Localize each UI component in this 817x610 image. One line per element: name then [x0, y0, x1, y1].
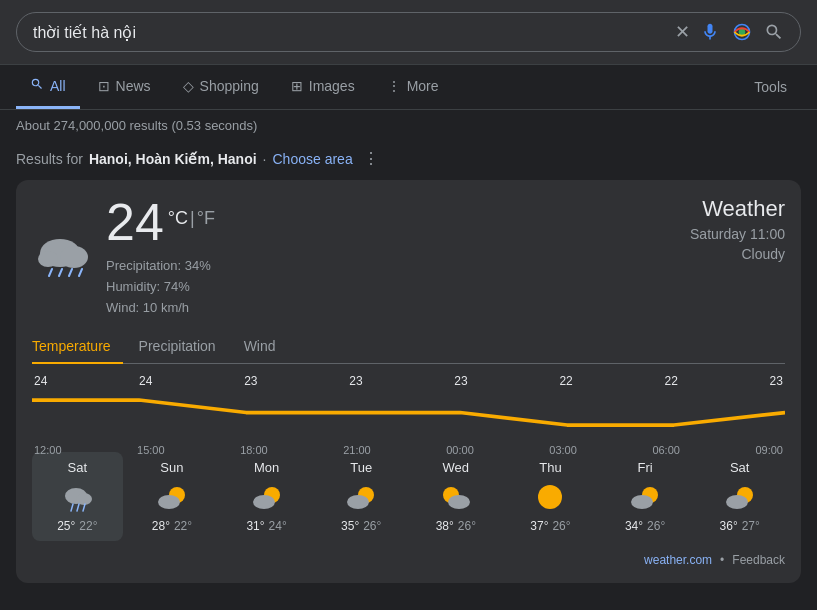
svg-point-22 [538, 485, 562, 509]
weather-datetime: Saturday 11:00 [690, 226, 785, 242]
feedback-link[interactable]: Feedback [732, 553, 785, 567]
svg-point-17 [253, 495, 275, 509]
all-icon [30, 77, 44, 94]
svg-line-5 [49, 269, 52, 276]
forecast-day-5[interactable]: Thu 37° 26° [505, 452, 596, 541]
time-3: 21:00 [343, 444, 371, 456]
day-high-2: 31° [246, 519, 264, 533]
chart-temp-0: 24 [34, 374, 47, 388]
shopping-icon: ◇ [183, 78, 194, 94]
day-name-2: Mon [254, 460, 279, 475]
chart-temp-7: 23 [770, 374, 783, 388]
svg-line-6 [59, 269, 62, 276]
svg-line-7 [69, 269, 72, 276]
svg-point-3 [60, 246, 88, 268]
search-input-wrapper[interactable]: ✕ [16, 12, 801, 52]
tab-shopping-label: Shopping [200, 78, 259, 94]
day-icon-5 [535, 481, 565, 513]
temp-unit-celsius[interactable]: °C [168, 208, 188, 229]
tab-images-label: Images [309, 78, 355, 94]
time-7: 09:00 [755, 444, 783, 456]
chart-temp-labels: 24 24 23 23 23 22 22 23 [32, 374, 785, 388]
chart-temp-2: 23 [244, 374, 257, 388]
tab-shopping[interactable]: ◇ Shopping [169, 66, 273, 109]
weather-card: 24 °C | °F Precipitation: 34% Humidity: … [16, 180, 801, 583]
results-count: About 274,000,000 results (0.53 seconds) [0, 110, 817, 141]
day-icon-7 [725, 481, 755, 513]
forecast-day-6[interactable]: Fri 34° 26° [600, 452, 691, 541]
weather-details: Precipitation: 34% Humidity: 74% Wind: 1… [106, 256, 215, 318]
tab-all-label: All [50, 78, 66, 94]
svg-point-21 [448, 495, 470, 509]
clear-button[interactable]: ✕ [675, 21, 690, 43]
day-low-1: 22° [174, 519, 192, 533]
chart-temp-5: 22 [559, 374, 572, 388]
svg-point-4 [38, 251, 58, 267]
weather-source-link[interactable]: weather.com [644, 553, 712, 567]
day-low-3: 26° [363, 519, 381, 533]
day-low-2: 24° [269, 519, 287, 533]
tab-news[interactable]: ⊡ News [84, 66, 165, 109]
day-low-0: 22° [79, 519, 97, 533]
location-dot: · [263, 151, 267, 167]
search-submit-button[interactable] [764, 22, 784, 42]
location-bar: Results for Hanoi, Hoàn Kiếm, Hanoi · Ch… [0, 141, 817, 172]
day-low-7: 27° [742, 519, 760, 533]
location-more-button[interactable]: ⋮ [363, 149, 379, 168]
forecast-day-0[interactable]: Sat 25° 22° [32, 452, 123, 541]
forecast-day-2[interactable]: Mon 31° 24° [221, 452, 312, 541]
location-place: Hanoi, Hoàn Kiếm, Hanoi [89, 151, 257, 167]
day-low-6: 26° [647, 519, 665, 533]
day-high-7: 36° [720, 519, 738, 533]
time-6: 06:00 [652, 444, 680, 456]
forecast-day-7[interactable]: Sat 36° 27° [694, 452, 785, 541]
cloud-icon [32, 233, 94, 281]
day-icon-3 [346, 481, 376, 513]
chart-temp-4: 23 [454, 374, 467, 388]
time-0: 12:00 [34, 444, 62, 456]
temp-number: 24 [106, 196, 164, 248]
forecast-day-4[interactable]: Wed 38° 26° [411, 452, 502, 541]
tools-tab[interactable]: Tools [740, 67, 801, 107]
temperature-display: 24 °C | °F [106, 196, 215, 248]
svg-line-13 [83, 504, 85, 511]
svg-line-8 [79, 269, 82, 276]
chart-temp-1: 24 [139, 374, 152, 388]
temperature-chart: 24 24 23 23 23 22 22 23 12:00 15:00 18:0… [32, 374, 785, 444]
day-icon-0 [62, 481, 92, 513]
weather-condition: Cloudy [690, 246, 785, 262]
tab-images[interactable]: ⊞ Images [277, 66, 369, 109]
svg-line-12 [77, 504, 79, 511]
weather-tab-temperature[interactable]: Temperature [32, 330, 123, 364]
svg-point-1 [739, 29, 746, 36]
temp-unit-fahrenheit[interactable]: °F [197, 208, 215, 229]
choose-area-link[interactable]: Choose area [273, 151, 353, 167]
day-icon-4 [441, 481, 471, 513]
forecast-day-1[interactable]: Sun 28° 22° [127, 452, 218, 541]
weather-tab-wind[interactable]: Wind [244, 330, 288, 364]
day-name-5: Thu [539, 460, 561, 475]
time-4: 00:00 [446, 444, 474, 456]
day-temps-1: 28° 22° [152, 519, 192, 533]
tab-all[interactable]: All [16, 65, 80, 109]
lens-button[interactable] [732, 22, 752, 42]
day-low-5: 26° [552, 519, 570, 533]
day-name-7: Sat [730, 460, 750, 475]
chart-time-labels: 12:00 15:00 18:00 21:00 00:00 03:00 06:0… [32, 444, 785, 456]
search-bar: ✕ [0, 0, 817, 65]
day-high-4: 38° [436, 519, 454, 533]
day-name-6: Fri [637, 460, 652, 475]
weather-footer: weather.com • Feedback [32, 549, 785, 567]
tab-more[interactable]: ⋮ More [373, 66, 453, 109]
temp-unit-divider: | [190, 208, 195, 229]
weather-tab-precipitation[interactable]: Precipitation [139, 330, 228, 364]
footer-dot: • [720, 553, 724, 567]
day-icon-1 [157, 481, 187, 513]
mic-button[interactable] [700, 22, 720, 42]
more-dots-icon: ⋮ [387, 78, 401, 94]
day-icon-2 [252, 481, 282, 513]
time-5: 03:00 [549, 444, 577, 456]
forecast-day-3[interactable]: Tue 35° 26° [316, 452, 407, 541]
chart-temp-3: 23 [349, 374, 362, 388]
search-input[interactable] [33, 23, 665, 41]
